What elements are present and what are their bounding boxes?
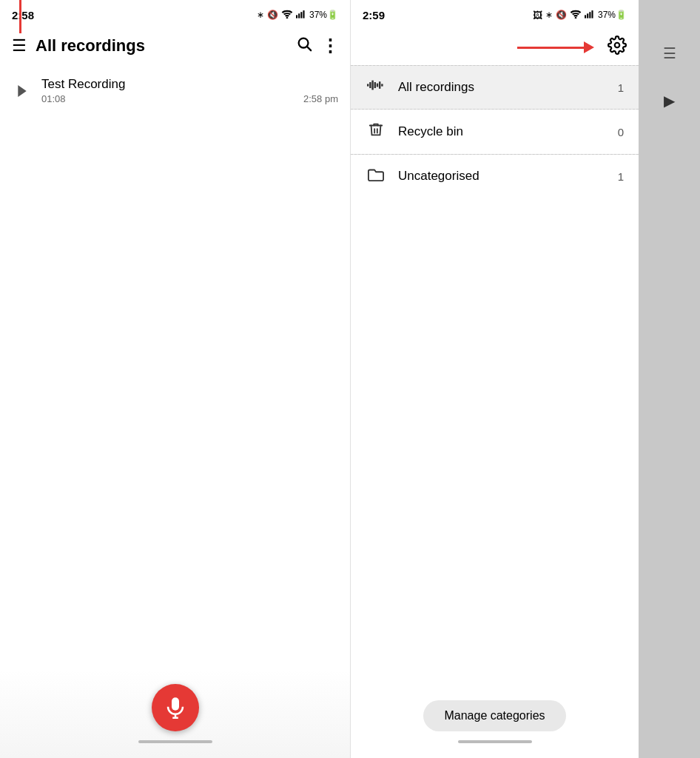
right-battery-icon: 37%🔋: [598, 10, 627, 20]
svg-rect-2: [298, 13, 300, 18]
recycle-bin-label: Recycle bin: [398, 124, 606, 139]
right-top-bar: [351, 30, 639, 65]
svg-rect-13: [589, 12, 590, 18]
svg-point-10: [575, 17, 577, 19]
svg-marker-7: [18, 85, 26, 97]
top-actions: ⋮: [296, 36, 338, 56]
uncategorised-label: Uncategorised: [398, 169, 606, 184]
svg-rect-21: [379, 81, 380, 89]
signal-icon: [296, 10, 306, 21]
wifi-icon: [281, 10, 293, 21]
svg-rect-22: [381, 84, 383, 86]
svg-rect-18: [371, 81, 373, 90]
waveform-icon: [366, 78, 386, 97]
svg-rect-19: [374, 82, 376, 88]
svg-rect-3: [300, 12, 302, 18]
manage-categories-button[interactable]: Manage categories: [423, 700, 565, 731]
recording-info: Test Recording 01:08 2:58 pm: [41, 77, 338, 104]
right-status-bar: 2:59 🖼 ∗ 🔇 37%🔋: [351, 0, 639, 30]
far-right-menu-icon: ☰: [663, 44, 676, 62]
right-volume-icon: 🔇: [556, 10, 567, 20]
record-button[interactable]: [152, 684, 199, 731]
right-image-icon: 🖼: [533, 10, 542, 21]
right-bluetooth-icon: ∗: [545, 10, 553, 20]
svg-rect-4: [303, 10, 304, 19]
left-status-icons: ∗ 🔇 37%🔋: [257, 10, 338, 21]
svg-rect-17: [369, 82, 371, 88]
volume-off-icon: 🔇: [267, 10, 278, 20]
menu-icon[interactable]: ☰: [12, 38, 27, 54]
trash-icon: [366, 121, 386, 142]
svg-rect-12: [587, 13, 588, 18]
right-status-icons: 🖼 ∗ 🔇 37%🔋: [533, 8, 627, 21]
recycle-bin-count: 0: [618, 126, 624, 138]
recording-item[interactable]: Test Recording 01:08 2:58 pm: [0, 68, 350, 113]
left-status-bar: 2:58 ∗ 🔇 37%🔋: [0, 0, 350, 30]
right-home-indicator: [458, 740, 532, 743]
right-status-time: 2:59: [363, 9, 385, 21]
recording-time: 2:58 pm: [303, 93, 338, 104]
recording-list: Test Recording 01:08 2:58 pm: [0, 62, 350, 119]
sidebar-item-all-recordings[interactable]: All recordings 1: [351, 66, 639, 109]
recording-name: Test Recording: [41, 77, 338, 92]
more-options-icon[interactable]: ⋮: [321, 37, 338, 55]
settings-icon[interactable]: [608, 36, 627, 59]
home-indicator: [138, 740, 212, 743]
battery-icon: 37%🔋: [309, 10, 338, 20]
left-top-bar: ☰ All recordings ⋮: [0, 30, 350, 62]
recording-meta: 01:08 2:58 pm: [41, 93, 338, 104]
menu-list: All recordings 1 Recycle bin 0: [351, 66, 639, 198]
page-title: All recordings: [36, 36, 287, 56]
right-signal-icon: [585, 8, 595, 21]
svg-line-6: [307, 47, 311, 50]
search-icon[interactable]: [296, 36, 312, 56]
svg-rect-16: [367, 84, 368, 86]
sidebar-item-uncategorised[interactable]: Uncategorised 1: [351, 155, 639, 198]
svg-point-15: [615, 43, 620, 48]
svg-rect-1: [296, 15, 297, 18]
all-recordings-label: All recordings: [398, 80, 606, 95]
far-right-panel: ☰ ▶: [639, 0, 700, 758]
svg-rect-11: [585, 15, 586, 18]
right-bottom-section: Manage categories: [351, 700, 639, 758]
uncategorised-count: 1: [618, 170, 624, 183]
right-wifi-icon: [570, 8, 582, 21]
left-panel: 2:58 ∗ 🔇 37%🔋 ☰ All recordings: [0, 0, 350, 758]
sidebar-item-recycle-bin[interactable]: Recycle bin 0: [351, 110, 639, 154]
svg-point-0: [286, 17, 289, 19]
play-button[interactable]: [12, 81, 33, 101]
svg-rect-14: [591, 10, 593, 19]
bluetooth-icon: ∗: [257, 10, 264, 20]
recording-duration: 01:08: [41, 93, 66, 104]
folder-icon: [366, 167, 386, 186]
far-right-play-icon: ▶: [664, 92, 675, 110]
left-bottom-bar: [0, 669, 350, 758]
all-recordings-count: 1: [618, 81, 624, 94]
svg-rect-20: [377, 84, 378, 87]
right-panel: 2:59 🖼 ∗ 🔇 37%🔋: [350, 0, 639, 758]
